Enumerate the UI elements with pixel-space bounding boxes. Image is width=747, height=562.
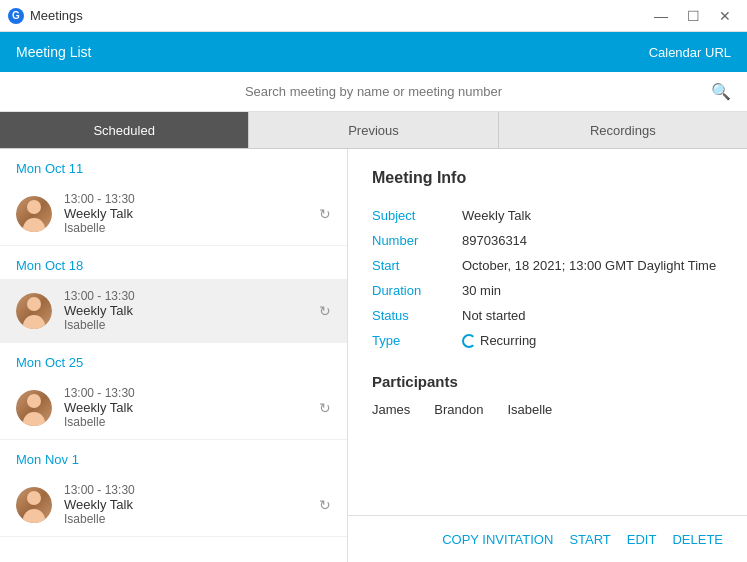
calendar-url-button[interactable]: Calendar URL [649, 45, 731, 60]
date-header: Mon Oct 11 [0, 149, 347, 182]
info-label: Start [372, 253, 462, 278]
participant-name: James [372, 402, 410, 417]
meeting-info-table: Subject Weekly Talk Number 897036314 Sta… [372, 203, 723, 353]
start-button[interactable]: START [569, 528, 610, 551]
meeting-organizer: Isabelle [64, 415, 331, 429]
title-bar: G Meetings — ☐ ✕ [0, 0, 747, 32]
info-row: Duration 30 min [372, 278, 723, 303]
meeting-info-title: Meeting Info [372, 169, 723, 187]
meeting-organizer: Isabelle [64, 318, 331, 332]
main-content: Mon Oct 11 13:00 - 13:30 Weekly Talk Isa… [0, 149, 747, 562]
tab-previous[interactable]: Previous [249, 112, 498, 148]
recurring-circle-icon [462, 334, 476, 348]
search-bar: 🔍 [0, 72, 747, 112]
tab-recordings[interactable]: Recordings [499, 112, 747, 148]
info-label: Subject [372, 203, 462, 228]
date-header: Mon Nov 1 [0, 440, 347, 473]
list-item[interactable]: 13:00 - 13:30 Weekly Talk Isabelle ↻ [0, 279, 347, 343]
meeting-organizer: Isabelle [64, 512, 331, 526]
participants-list: JamesBrandonIsabelle [372, 402, 723, 417]
avatar [16, 487, 52, 523]
date-header: Mon Oct 18 [0, 246, 347, 279]
info-label: Number [372, 228, 462, 253]
participant-name: Isabelle [507, 402, 552, 417]
info-value: Weekly Talk [462, 203, 723, 228]
app-title: Meetings [30, 8, 83, 23]
info-label: Duration [372, 278, 462, 303]
meeting-name: Weekly Talk [64, 497, 331, 512]
meeting-list: Mon Oct 11 13:00 - 13:30 Weekly Talk Isa… [0, 149, 348, 562]
date-header: Mon Oct 25 [0, 343, 347, 376]
info-row: Start October, 18 2021; 13:00 GMT Daylig… [372, 253, 723, 278]
recurring-icon: ↻ [319, 206, 331, 222]
meeting-time: 13:00 - 13:30 [64, 483, 331, 497]
recurring-icon: ↻ [319, 400, 331, 416]
app-icon: G [8, 8, 24, 24]
title-bar-left: G Meetings [8, 8, 83, 24]
recurring-icon: ↻ [319, 303, 331, 319]
search-icon: 🔍 [711, 82, 731, 101]
meeting-time: 13:00 - 13:30 [64, 192, 331, 206]
info-value: October, 18 2021; 13:00 GMT Daylight Tim… [462, 253, 723, 278]
list-item[interactable]: 13:00 - 13:30 Weekly Talk Isabelle ↻ [0, 182, 347, 246]
meeting-time: 13:00 - 13:30 [64, 289, 331, 303]
tab-scheduled[interactable]: Scheduled [0, 112, 249, 148]
meeting-name: Weekly Talk [64, 206, 331, 221]
meeting-info-panel: Meeting Info Subject Weekly Talk Number … [348, 149, 747, 562]
info-value: 30 min [462, 278, 723, 303]
close-button[interactable]: ✕ [711, 6, 739, 26]
minimize-button[interactable]: — [647, 6, 675, 26]
meeting-list-label: Meeting List [16, 44, 91, 60]
window-controls: — ☐ ✕ [647, 6, 739, 26]
list-item[interactable]: 13:00 - 13:30 Weekly Talk Isabelle ↻ [0, 376, 347, 440]
meeting-name: Weekly Talk [64, 303, 331, 318]
meeting-details: 13:00 - 13:30 Weekly Talk Isabelle [64, 192, 331, 235]
tab-bar: ScheduledPreviousRecordings [0, 112, 747, 149]
recurring-type: Recurring [462, 333, 723, 348]
edit-button[interactable]: EDIT [627, 528, 657, 551]
participant-name: Brandon [434, 402, 483, 417]
meeting-details: 13:00 - 13:30 Weekly Talk Isabelle [64, 386, 331, 429]
avatar [16, 293, 52, 329]
info-row: Number 897036314 [372, 228, 723, 253]
search-input[interactable] [174, 84, 574, 99]
header-bar: Meeting List Calendar URL [0, 32, 747, 72]
action-bar: COPY INVITATION START EDIT DELETE [348, 515, 747, 562]
info-value: 897036314 [462, 228, 723, 253]
list-item[interactable]: 13:00 - 13:30 Weekly Talk Isabelle ↻ [0, 473, 347, 537]
info-label: Status [372, 303, 462, 328]
avatar [16, 196, 52, 232]
maximize-button[interactable]: ☐ [679, 6, 707, 26]
info-row: Type Recurring [372, 328, 723, 353]
recurring-icon: ↻ [319, 497, 331, 513]
avatar [16, 390, 52, 426]
copy-invitation-button[interactable]: COPY INVITATION [442, 528, 553, 551]
info-row: Subject Weekly Talk [372, 203, 723, 228]
meeting-time: 13:00 - 13:30 [64, 386, 331, 400]
info-label: Type [372, 328, 462, 353]
delete-button[interactable]: DELETE [672, 528, 723, 551]
meeting-details: 13:00 - 13:30 Weekly Talk Isabelle [64, 483, 331, 526]
info-value: Recurring [462, 328, 723, 353]
meeting-details: 13:00 - 13:30 Weekly Talk Isabelle [64, 289, 331, 332]
info-value: Not started [462, 303, 723, 328]
meeting-name: Weekly Talk [64, 400, 331, 415]
meeting-organizer: Isabelle [64, 221, 331, 235]
participants-title: Participants [372, 373, 723, 390]
info-row: Status Not started [372, 303, 723, 328]
